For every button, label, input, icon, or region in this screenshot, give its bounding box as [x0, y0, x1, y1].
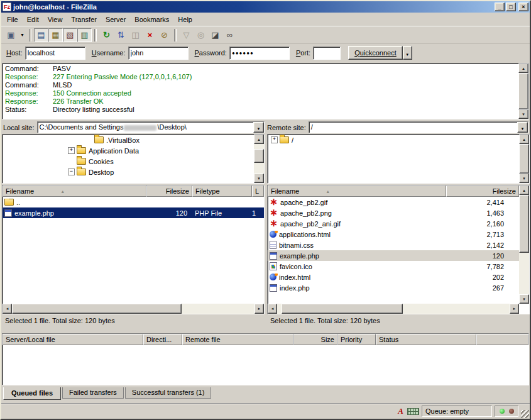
maximize-button[interactable]: □ [506, 3, 516, 11]
column-header-filetype[interactable]: Filetype [192, 185, 252, 197]
disconnect-button[interactable]: ⊘ [157, 28, 172, 42]
scroll-up-icon[interactable] [518, 64, 528, 73]
tree-item[interactable]: −Desktop [3, 167, 264, 177]
local-tree-scrollbar[interactable] [254, 135, 264, 183]
scroll-thumb[interactable] [518, 73, 528, 109]
password-input[interactable] [229, 47, 290, 60]
file-row[interactable]: apache_pb2.png1,463 [268, 207, 529, 218]
minimize-button[interactable]: _ [495, 3, 505, 11]
column-header-filename[interactable]: Filename▲ [3, 185, 146, 197]
file-row[interactable]: apache_pb2.gif2,414 [268, 197, 529, 207]
scroll-track[interactable] [277, 304, 510, 314]
site-manager-button[interactable]: ▣ [4, 28, 18, 42]
quickconnect-button[interactable]: Quickconnect [348, 46, 403, 60]
tree-item[interactable]: .VirtualBox [3, 135, 264, 145]
file-row[interactable]: apache_pb2_ani.gif2,160 [268, 218, 529, 229]
column-header-server-local-file[interactable]: Server/Local file [3, 334, 143, 345]
scroll-track[interactable] [518, 73, 528, 109]
column-header-filesize[interactable]: Filesize [446, 185, 519, 197]
remote-site-path[interactable]: / [309, 122, 517, 133]
scroll-down-icon[interactable] [519, 294, 529, 304]
host-input[interactable] [25, 47, 85, 60]
refresh-button[interactable]: ↻ [99, 28, 114, 42]
local-site-combo-dropdown[interactable] [253, 122, 264, 133]
titlebar[interactable]: Fz john@localhost - FileZilla _ □ × [1, 1, 530, 13]
column-header-remote-file[interactable]: Remote file [182, 334, 293, 345]
tree-item[interactable]: +Application Data [3, 145, 264, 156]
toggle-message-log-button[interactable]: ▤ [34, 28, 48, 42]
file-row-selected[interactable]: example.php120 [268, 250, 529, 261]
cancel-button[interactable]: × [143, 28, 157, 42]
scroll-track[interactable] [254, 144, 264, 174]
toggle-remote-tree-button[interactable]: ▧ [63, 28, 77, 42]
menu-transfer[interactable]: Transfer [67, 14, 101, 25]
remote-list-hscrollbar[interactable] [268, 304, 519, 314]
tab-successful-transfers[interactable]: Successful transfers (1) [125, 387, 212, 399]
process-queue-button[interactable]: ⇅ [114, 28, 128, 42]
file-row[interactable]: bitnami.css2,142 [268, 240, 529, 250]
expand-icon[interactable]: + [68, 147, 75, 154]
column-header-status[interactable]: Status [376, 334, 476, 345]
menu-bookmarks[interactable]: Bookmarks [130, 14, 173, 25]
port-input[interactable] [313, 47, 341, 60]
column-header-priority[interactable]: Priority [337, 334, 376, 345]
file-row-selected[interactable]: example.php 120 PHP File 1 [3, 207, 264, 218]
scroll-thumb[interactable] [519, 195, 529, 253]
scroll-track[interactable] [12, 304, 255, 314]
remote-site-combo-dropdown[interactable] [517, 122, 528, 133]
preview-button[interactable]: ◫ [128, 28, 143, 42]
remote-list-scrollbar[interactable] [519, 185, 529, 304]
scroll-down-icon[interactable] [519, 174, 529, 183]
username-input[interactable] [128, 47, 189, 60]
menu-view[interactable]: View [43, 14, 67, 25]
tab-failed-transfers[interactable]: Failed transfers [62, 387, 124, 399]
scroll-up-icon[interactable] [254, 135, 264, 144]
local-list-hscrollbar[interactable] [3, 304, 264, 314]
menu-server[interactable]: Server [101, 14, 130, 25]
tree-item[interactable]: Cookies [3, 156, 264, 167]
resize-grip[interactable] [521, 410, 529, 418]
file-row[interactable]: applications.html2,713 [268, 229, 529, 240]
scroll-up-icon[interactable] [519, 185, 529, 195]
column-header-size[interactable]: Size [293, 334, 337, 345]
find-button[interactable]: ◎ [194, 28, 208, 42]
scroll-up-icon[interactable] [519, 135, 529, 144]
scroll-left-icon[interactable] [268, 304, 277, 314]
tree-item[interactable]: +/ [268, 135, 529, 145]
scroll-left-icon[interactable] [3, 304, 12, 314]
file-row[interactable]: favicon.ico7,782 [268, 261, 529, 272]
scroll-track[interactable] [519, 144, 529, 174]
expand-icon[interactable]: + [271, 136, 278, 143]
scroll-right-icon[interactable] [510, 304, 519, 314]
column-header-filename[interactable]: Filename▲ [268, 185, 446, 197]
tab-queued-files[interactable]: Queued files [3, 387, 61, 400]
toggle-local-tree-button[interactable]: ▦ [48, 28, 63, 42]
filter-button[interactable]: ▽ [179, 28, 194, 42]
menu-help[interactable]: Help [173, 14, 197, 25]
column-header-direction[interactable]: Directi... [143, 334, 182, 345]
local-site-path[interactable]: C:\Documents and Settings\Desktop\ [38, 122, 253, 133]
scroll-right-icon[interactable] [255, 304, 264, 314]
remote-site-combo[interactable]: / [309, 121, 528, 133]
scroll-thumb[interactable] [254, 149, 264, 163]
close-button[interactable]: × [518, 3, 528, 11]
scroll-track[interactable] [519, 195, 529, 294]
scroll-thumb[interactable] [12, 304, 182, 314]
scroll-thumb[interactable] [519, 144, 529, 174]
log-scrollbar[interactable] [518, 64, 528, 119]
toggle-queue-button[interactable]: ▥ [77, 28, 92, 42]
remote-tree-scrollbar[interactable] [519, 135, 529, 183]
sync-browse-button[interactable]: ∞ [222, 28, 237, 42]
site-manager-dropdown-button[interactable]: ▼ [18, 28, 26, 42]
column-header-filesize[interactable]: Filesize [146, 185, 192, 197]
collapse-icon[interactable]: − [68, 169, 75, 175]
menu-edit[interactable]: Edit [23, 14, 43, 25]
column-header-lastmodified[interactable]: L [252, 185, 264, 197]
compare-button[interactable]: ◪ [208, 28, 222, 42]
file-row[interactable]: index.php267 [268, 282, 529, 293]
quickconnect-dropdown-button[interactable] [403, 46, 412, 60]
file-row[interactable]: index.html202 [268, 272, 529, 282]
file-row-updir[interactable]: .. [3, 197, 264, 207]
scroll-thumb[interactable] [282, 304, 402, 314]
menu-file[interactable]: File [3, 14, 23, 25]
